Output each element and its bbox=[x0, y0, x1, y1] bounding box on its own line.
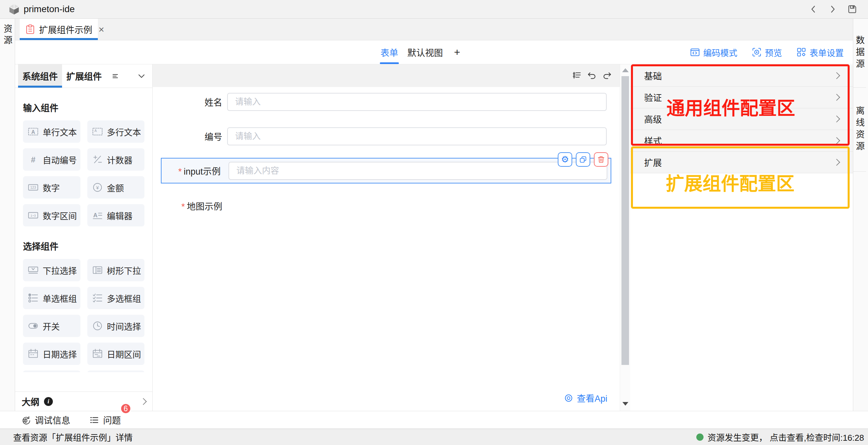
problems-button[interactable]: 问题 6 bbox=[89, 413, 121, 426]
counter-icon bbox=[92, 154, 103, 165]
components-list: 输入组件A单行文本A多行文本#自动编号计数器123数字¥金额1~3数字区间A编辑… bbox=[15, 88, 152, 372]
component-item-switch[interactable]: 开关 bbox=[23, 315, 81, 337]
chevron-right-icon bbox=[833, 137, 840, 144]
panel-list-icon[interactable] bbox=[111, 72, 119, 80]
rail-resources[interactable]: 资源 bbox=[1, 24, 14, 47]
component-item-tree-select[interactable]: 树形下拉 bbox=[87, 259, 145, 281]
checkbox-group-icon bbox=[92, 292, 103, 304]
resource-change-notice[interactable]: 资源发生变更， 点击查看,检查时间:16:28 bbox=[696, 431, 864, 443]
back-icon[interactable] bbox=[809, 5, 818, 14]
config-section-extension[interactable]: 扩展 bbox=[630, 152, 853, 173]
preview-button[interactable]: 预览 bbox=[752, 46, 782, 58]
canvas-scrollbar[interactable] bbox=[620, 64, 630, 411]
config-section-style[interactable]: 样式 bbox=[630, 130, 853, 152]
bottom-tool-bar: 调试信息 问题 6 bbox=[0, 411, 868, 428]
date-range-icon bbox=[92, 348, 103, 359]
svg-text:1~3: 1~3 bbox=[31, 214, 36, 217]
config-section-validation[interactable]: 验证 bbox=[630, 87, 853, 108]
dropdown-icon bbox=[28, 264, 39, 276]
svg-text:¥: ¥ bbox=[96, 185, 99, 190]
components-panel-header: 系统组件 扩展组件 bbox=[15, 64, 152, 88]
form-settings-button[interactable]: 表单设置 bbox=[797, 46, 844, 58]
component-item-rating[interactable]: 评分 bbox=[23, 371, 81, 372]
close-icon[interactable]: × bbox=[98, 25, 104, 34]
eye-icon bbox=[564, 393, 574, 403]
name-input[interactable] bbox=[227, 93, 607, 111]
forward-icon[interactable] bbox=[828, 5, 837, 14]
form-row-number[interactable]: 编号 bbox=[153, 127, 607, 146]
view-api-link[interactable]: 查看Api bbox=[564, 391, 607, 404]
app-window: primeton-ide 资源 扩展组件示 bbox=[0, 0, 868, 445]
debug-icon bbox=[21, 415, 31, 425]
svg-text:#: # bbox=[31, 155, 35, 164]
component-item-checkbox-group[interactable]: 多选框组 bbox=[87, 287, 145, 309]
tab-extension-components[interactable]: 扩展组件 bbox=[62, 64, 106, 88]
debug-info-button[interactable]: 调试信息 bbox=[21, 413, 70, 426]
chevron-down-icon[interactable] bbox=[137, 72, 146, 81]
trash-icon bbox=[597, 155, 606, 164]
component-item-date-range[interactable]: 日期区间 bbox=[87, 343, 145, 365]
required-mark: * bbox=[181, 202, 185, 212]
components-panel: 系统组件 扩展组件 输入组件A单行文本A多行文本#自动编号计数器123数字¥金额… bbox=[15, 64, 153, 411]
save-icon[interactable] bbox=[847, 4, 858, 14]
number-input[interactable] bbox=[227, 127, 607, 146]
form-row-input-example-selected[interactable]: *input示例 ⚙ bbox=[161, 158, 611, 184]
rail-offline-resources[interactable]: 离线资源 bbox=[853, 88, 866, 172]
info-icon: i bbox=[44, 397, 53, 406]
status-message: 查看资源「扩展组件示例」详情 bbox=[13, 431, 133, 443]
radio-group-icon bbox=[28, 292, 39, 304]
time-picker-icon bbox=[92, 320, 103, 331]
component-item-number[interactable]: 123数字 bbox=[23, 176, 81, 198]
component-item-auto-number[interactable]: #自动编号 bbox=[23, 148, 81, 171]
copy-button[interactable] bbox=[576, 152, 590, 167]
outline-label: 大纲 bbox=[22, 395, 39, 408]
component-item-counter[interactable]: 计数器 bbox=[87, 148, 145, 171]
doc-tab-label: 扩展组件示例 bbox=[39, 23, 92, 36]
component-item-editor[interactable]: A编辑器 bbox=[87, 204, 145, 226]
rail-data-sources[interactable]: 数据源 bbox=[853, 19, 866, 88]
redo-icon[interactable] bbox=[602, 71, 612, 81]
config-section-advanced[interactable]: 高级 bbox=[630, 108, 853, 130]
tab-form[interactable]: 表单 bbox=[380, 40, 399, 64]
config-panel: 基础验证高级样式扩展 通用组件配置区 扩展组件配置区 bbox=[630, 64, 853, 411]
left-rail: 资源 bbox=[0, 19, 15, 411]
component-item-radio-group[interactable]: 单选框组 bbox=[23, 287, 81, 309]
selected-component-actions: ⚙ bbox=[558, 152, 608, 167]
problems-count-badge: 6 bbox=[120, 403, 131, 414]
component-item-time-picker[interactable]: 时间选择 bbox=[87, 315, 145, 337]
svg-text:A: A bbox=[93, 212, 97, 219]
doc-tab[interactable]: 扩展组件示例 × bbox=[20, 19, 98, 40]
switch-icon bbox=[28, 320, 39, 331]
scrollbar-thumb[interactable] bbox=[621, 76, 629, 365]
component-item-currency[interactable]: ¥金额 bbox=[87, 176, 145, 198]
editor-icon: A bbox=[92, 210, 103, 221]
tab-system-components[interactable]: 系统组件 bbox=[18, 64, 62, 88]
form-row-map-example[interactable]: *地图示例 bbox=[153, 197, 222, 215]
component-item-dropdown[interactable]: 下拉选择 bbox=[23, 259, 81, 281]
undo-icon[interactable] bbox=[587, 71, 597, 81]
code-mode-button[interactable]: 编码模式 bbox=[690, 46, 737, 58]
chevron-right-icon[interactable] bbox=[140, 398, 147, 405]
section-title: 选择组件 bbox=[23, 240, 145, 252]
app-logo-icon bbox=[8, 4, 20, 15]
scroll-up-icon[interactable] bbox=[622, 68, 629, 72]
gear-button[interactable]: ⚙ bbox=[558, 152, 572, 167]
add-view-button[interactable]: + bbox=[452, 40, 463, 64]
component-item-color-picker[interactable]: 颜色选择 bbox=[87, 371, 145, 372]
scroll-down-icon[interactable] bbox=[622, 402, 628, 406]
auto-number-icon: # bbox=[28, 154, 39, 165]
status-green-dot-icon bbox=[696, 434, 704, 441]
form-design-area: 姓名 编号 *input示例 ⚙ bbox=[153, 87, 620, 411]
component-item-number-range[interactable]: 1~3数字区间 bbox=[23, 204, 81, 226]
chevron-right-icon bbox=[833, 159, 840, 166]
outline-tree-icon[interactable] bbox=[572, 71, 582, 81]
component-item-multi-line-text[interactable]: A多行文本 bbox=[87, 121, 145, 143]
tab-default-view[interactable]: 默认视图 bbox=[407, 40, 443, 64]
config-section-basic[interactable]: 基础 bbox=[630, 65, 853, 87]
input-example-input[interactable] bbox=[228, 162, 607, 180]
component-item-single-line-text[interactable]: A单行文本 bbox=[23, 121, 81, 143]
outline-bar[interactable]: 大纲 i bbox=[15, 391, 152, 411]
form-row-name[interactable]: 姓名 bbox=[153, 93, 607, 111]
delete-button[interactable] bbox=[594, 152, 608, 167]
component-item-date-picker[interactable]: 日期选择 bbox=[23, 343, 81, 365]
